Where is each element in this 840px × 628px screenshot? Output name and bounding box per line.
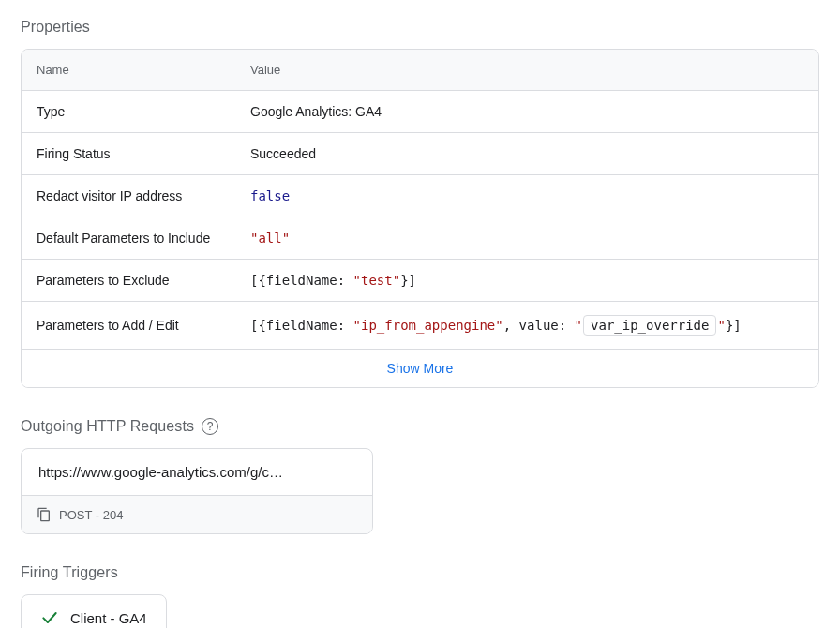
variable-chip[interactable]: var_ip_override [583,315,716,336]
code-punct: [{fieldName: [250,273,353,288]
prop-name: Parameters to Add / Edit [37,318,250,333]
prop-value: "all" [250,231,290,246]
trigger-chip[interactable]: Client - GA4 [21,594,167,628]
http-requests-title: Outgoing HTTP Requests [21,418,194,435]
column-header-value: Value [250,63,280,77]
code-punct: [{fieldName: [250,318,353,333]
help-icon[interactable]: ? [202,418,218,435]
code-string: "all" [250,231,290,246]
check-icon [40,608,59,627]
prop-value: [{fieldName: "test"}] [250,273,416,288]
code-punct: , value: [503,318,575,333]
prop-name: Type [37,104,250,119]
http-url: https://www.google-analytics.com/g/c… [22,449,372,496]
prop-value: [{fieldName: "ip_from_appengine", value:… [250,315,742,336]
code-punct: }] [400,273,416,288]
code-punct: }] [726,318,742,333]
prop-value: Google Analytics: GA4 [250,104,382,119]
prop-value: false [250,188,290,203]
code-string: "ip_from_appengine" [353,318,503,333]
code-string: " [575,318,582,333]
show-more-button[interactable]: Show More [22,350,818,387]
table-row: Default Parameters to Include "all" [22,217,818,260]
trigger-label: Client - GA4 [70,610,147,626]
firing-triggers-title: Firing Triggers [21,564,819,581]
http-meta-row: POST - 204 [22,496,372,533]
code-string: " [717,318,725,333]
prop-name: Redact visitor IP address [37,188,250,203]
http-method-status: POST - 204 [59,508,123,522]
prop-name: Firing Status [37,146,250,161]
code-boolean: false [250,188,290,203]
table-row: Type Google Analytics: GA4 [22,91,818,133]
http-request-card[interactable]: https://www.google-analytics.com/g/c… PO… [21,448,373,534]
properties-table: Name Value Type Google Analytics: GA4 Fi… [21,49,819,388]
table-row: Firing Status Succeeded [22,133,818,175]
properties-header-row: Name Value [22,50,818,91]
prop-value: Succeeded [250,146,316,161]
table-row: Parameters to Exclude [{fieldName: "test… [22,260,818,302]
properties-title: Properties [21,19,819,36]
table-row: Parameters to Add / Edit [{fieldName: "i… [22,302,818,350]
table-row: Redact visitor IP address false [22,175,818,217]
copy-icon[interactable] [37,507,52,522]
prop-name: Parameters to Exclude [37,273,250,288]
prop-name: Default Parameters to Include [37,231,250,246]
column-header-name: Name [37,63,250,77]
code-string: "test" [353,273,401,288]
